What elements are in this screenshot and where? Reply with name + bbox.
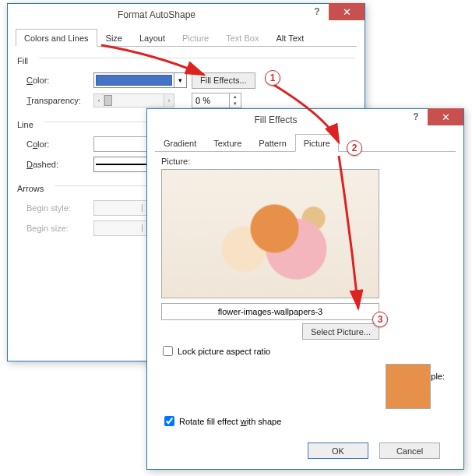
picture-label: Picture: — [161, 157, 449, 166]
tab-pattern[interactable]: Pattern — [250, 134, 294, 151]
color-swatch-blue — [96, 75, 172, 86]
transparency-label: Transparency: — [26, 96, 93, 105]
fill-effects-button[interactable]: Fill Effects... — [192, 72, 255, 89]
begin-style-label: Begin style: — [26, 203, 93, 213]
fill-section-label: Fill — [17, 56, 28, 65]
tab-alt-text[interactable]: Alt Text — [267, 29, 312, 46]
checkbox-icon[interactable] — [164, 416, 174, 426]
tab-picture[interactable]: Picture — [295, 134, 339, 152]
checkbox-icon[interactable] — [163, 346, 173, 356]
chevron-down-icon: ▾ — [174, 73, 186, 87]
tab-size[interactable]: Size — [97, 29, 131, 46]
color-label: Color: — [26, 76, 93, 85]
callout-3: 3 — [372, 312, 388, 327]
close-button[interactable]: ✕ — [428, 108, 463, 125]
sample-preview — [386, 364, 431, 409]
title-bar: Fill Effects ? ✕ — [147, 109, 463, 131]
lock-aspect-label: Lock picture aspect ratio — [178, 347, 270, 356]
begin-size-dropdown: ▾ — [93, 220, 154, 236]
cancel-button[interactable]: Cancel — [379, 443, 440, 459]
tab-colors-lines[interactable]: Colors and Lines — [16, 29, 97, 47]
line-color-label: Color: — [26, 139, 93, 149]
select-picture-button[interactable]: Select Picture... — [302, 323, 379, 340]
callout-1: 1 — [265, 70, 280, 86]
tab-picture: Picture — [174, 29, 217, 46]
tab-gradient[interactable]: Gradient — [155, 134, 205, 151]
begin-style-dropdown: ▾ — [93, 200, 154, 216]
chevron-up-icon[interactable]: ▴ — [230, 93, 241, 100]
help-button[interactable]: ? — [305, 3, 329, 20]
arrows-section-label: Arrows — [17, 184, 44, 193]
select-picture-label: Select Picture... — [311, 327, 371, 337]
fill-color-dropdown[interactable]: ▾ — [93, 72, 187, 88]
fill-effects-dialog: Fill Effects ? ✕ Gradient Texture Patter… — [146, 108, 464, 470]
window-title: Fill Effects — [147, 115, 404, 125]
picture-preview — [161, 169, 379, 298]
transparency-slider[interactable]: ‹ › — [93, 93, 174, 108]
tab-texture[interactable]: Texture — [205, 134, 250, 151]
callout-2: 2 — [347, 140, 362, 156]
line-dashed-label: Dashed: — [26, 160, 93, 169]
flower-image — [162, 170, 379, 298]
begin-size-label: Begin size: — [26, 224, 93, 233]
lock-aspect-checkbox[interactable]: Lock picture aspect ratio — [163, 346, 448, 356]
chevron-right-icon[interactable]: › — [164, 93, 174, 108]
tabs: Gradient Texture Pattern Picture — [155, 134, 456, 152]
picture-filename: flower-images-wallpapers-3 — [161, 303, 379, 320]
tabs: Colors and Lines Size Layout Picture Tex… — [16, 29, 357, 47]
transparency-spinner[interactable]: 0 % ▴▾ — [192, 93, 241, 108]
tab-layout[interactable]: Layout — [131, 29, 174, 46]
close-button[interactable]: ✕ — [329, 3, 365, 20]
transparency-value: 0 % — [192, 96, 229, 105]
window-title: Format AutoShape — [8, 9, 305, 20]
ok-button[interactable]: OK — [308, 443, 368, 459]
tab-text-box: Text Box — [217, 29, 267, 46]
title-bar: Format AutoShape ? ✕ — [8, 4, 365, 26]
help-button[interactable]: ? — [404, 108, 428, 125]
rotate-fill-label: Rotate fill effect with shape — [179, 417, 281, 426]
chevron-down-icon[interactable]: ▾ — [230, 100, 241, 108]
rotate-fill-checkbox[interactable]: Rotate fill effect with shape — [164, 416, 281, 426]
line-section-label: Line — [17, 120, 33, 129]
chevron-left-icon[interactable]: ‹ — [93, 93, 104, 108]
